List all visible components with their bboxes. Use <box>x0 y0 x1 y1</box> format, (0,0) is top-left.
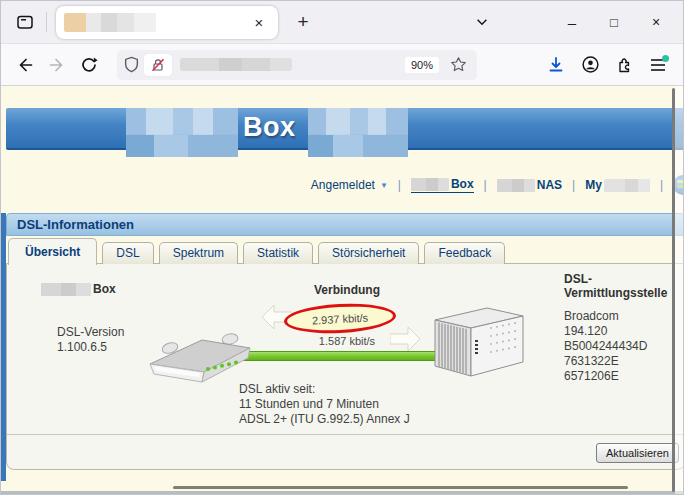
connection-title: Verbindung <box>257 283 437 297</box>
zoom-level-badge[interactable]: 90% <box>405 57 439 73</box>
dslam-title-line2: Vermittlungsstelle <box>564 286 667 300</box>
browser-window: × + – □ × <box>0 0 684 495</box>
menu-button[interactable] <box>641 48 675 82</box>
nav-separator: | <box>484 178 487 192</box>
reload-icon <box>80 56 98 74</box>
brand-redacted-left <box>126 108 238 157</box>
tab-feedback[interactable]: Feedback <box>424 242 505 264</box>
brand-banner: Box <box>6 108 684 150</box>
device-label: Box <box>41 282 116 296</box>
lock-slash-icon <box>151 58 165 72</box>
tab-divider <box>46 12 47 32</box>
panel-tabs: Übersicht DSL Spektrum Statistik Störsic… <box>8 238 505 264</box>
dslam-serial-2: 7631322E <box>564 354 647 369</box>
url-text-redacted <box>180 58 292 71</box>
dsl-uptime: DSL aktiv seit: 11 Stunden und 7 Minuten… <box>239 382 410 427</box>
dslam-details: Broadcom 194.120 B5004244434D 7631322E 6… <box>564 309 647 384</box>
window-close-button[interactable]: × <box>635 7 677 37</box>
tab-list-chevron-button[interactable] <box>469 9 495 35</box>
dslam-version: 194.120 <box>564 324 647 339</box>
back-arrow-icon <box>16 56 34 74</box>
panel-title: DSL-Informationen <box>6 213 684 236</box>
logged-in-dropdown[interactable]: Angemeldet ▼ <box>311 178 388 192</box>
page-bottom-edge <box>1 491 684 494</box>
tab-stoersicherheit[interactable]: Störsicherheit <box>318 242 419 264</box>
tab-close-button[interactable]: × <box>248 11 270 33</box>
device-name-redacted <box>41 283 91 296</box>
tab-spektrum[interactable]: Spektrum <box>159 242 238 264</box>
brand-title: Box <box>243 112 296 143</box>
account-button[interactable] <box>573 48 607 82</box>
nav-my-label: My <box>585 178 602 192</box>
dsl-protocol: ADSL 2+ (ITU G.992.5) Annex J <box>239 412 410 427</box>
uptime-label: DSL aktiv seit: <box>239 382 410 397</box>
connection-diagram: Box DSL-Version 1.100.6.5 Verbindung 2.9… <box>7 264 684 434</box>
dsl-version-value: 1.100.6.5 <box>57 340 124 355</box>
nav-link-box[interactable]: Box <box>411 177 474 193</box>
puzzle-icon <box>615 56 633 74</box>
reload-button[interactable] <box>73 49 105 81</box>
page-content: Box Angemeldet ▼ | Box | NAS | My | <box>1 86 684 494</box>
back-button[interactable] <box>9 49 41 81</box>
window-minimize-button[interactable]: – <box>551 7 593 37</box>
toolbar-right-icons <box>539 48 675 82</box>
bookmark-star-button[interactable] <box>445 52 471 78</box>
download-icon <box>547 56 565 74</box>
new-tab-button[interactable]: + <box>290 9 316 35</box>
device-name-suffix: Box <box>93 282 116 296</box>
nav-nas-redacted <box>497 179 535 192</box>
downloads-button[interactable] <box>539 48 573 82</box>
dropdown-arrow-icon: ▼ <box>380 181 388 190</box>
nav-my-redacted <box>604 179 650 192</box>
brand-redacted-right <box>308 108 408 157</box>
update-available-dot <box>662 55 669 62</box>
star-icon <box>450 56 467 73</box>
tab-statistik[interactable]: Statistik <box>243 242 313 264</box>
firefox-view-icon <box>16 13 34 31</box>
nav-link-my[interactable]: My <box>585 178 650 192</box>
dslam-serial-1: B5004244434D <box>564 339 647 354</box>
downstream-rate-highlight: 2.937 kbit/s <box>283 301 396 336</box>
shield-icon[interactable] <box>123 56 140 73</box>
dslam-title-line1: DSL- <box>564 272 667 286</box>
dslam-serial-3: 6571206E <box>564 369 647 384</box>
tab-uebersicht[interactable]: Übersicht <box>8 238 97 265</box>
dslam-title: DSL- Vermittlungsstelle <box>564 272 667 300</box>
dslam-image <box>431 304 527 380</box>
dsl-version-label: DSL-Version <box>57 325 124 340</box>
refresh-button[interactable]: Aktualisieren <box>596 443 679 463</box>
nav-nas-label: NAS <box>537 178 562 192</box>
forward-button[interactable] <box>41 49 73 81</box>
forward-arrow-icon <box>48 56 66 74</box>
account-icon <box>581 55 600 74</box>
dslam-vendor: Broadcom <box>564 309 647 324</box>
tab-strip: × + – □ × <box>1 1 683 43</box>
logged-in-label: Angemeldet <box>311 178 375 192</box>
top-nav-row: Angemeldet ▼ | Box | NAS | My | <box>1 174 684 196</box>
router-image <box>144 330 264 386</box>
overview-panel: Box DSL-Version 1.100.6.5 Verbindung 2.9… <box>6 263 684 470</box>
extensions-button[interactable] <box>607 48 641 82</box>
firefox-view-button[interactable] <box>11 8 39 36</box>
tab-dsl[interactable]: DSL <box>102 242 153 264</box>
tab-title-redacted <box>64 13 156 32</box>
connection-not-secure-chip[interactable] <box>144 54 172 76</box>
vertical-scrollbar-thumb[interactable] <box>672 88 675 492</box>
vertical-scrollbar-track[interactable] <box>675 86 684 494</box>
url-bar[interactable]: 90% <box>117 50 477 80</box>
downstream-rate-value: 2.937 kbit/s <box>312 311 369 326</box>
upstream-arrow-icon <box>390 326 420 352</box>
horizontal-scrollbar-thumb[interactable] <box>173 486 628 489</box>
nav-separator: | <box>398 178 401 192</box>
browser-toolbar: 90% <box>1 43 683 86</box>
browser-tab[interactable]: × <box>56 6 278 39</box>
nav-link-nas[interactable]: NAS <box>497 178 562 192</box>
nav-separator: | <box>572 178 575 192</box>
window-maximize-button[interactable]: □ <box>593 7 635 37</box>
nav-separator: | <box>660 178 663 192</box>
nav-box-redacted <box>411 178 449 191</box>
chevron-down-icon <box>475 15 489 29</box>
panel-button-row: Aktualisieren <box>7 434 684 469</box>
nav-box-label: Box <box>451 177 474 191</box>
dsl-version: DSL-Version 1.100.6.5 <box>57 325 124 355</box>
